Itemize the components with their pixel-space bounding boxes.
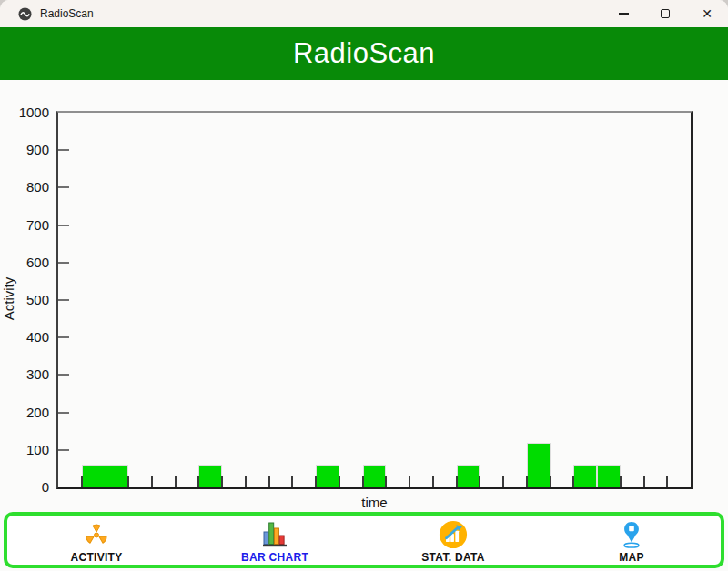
plot-area	[56, 111, 693, 489]
chart-bar	[363, 465, 387, 487]
y-axis-tick	[58, 299, 69, 301]
x-axis-tick	[550, 476, 551, 487]
x-axis-tick	[268, 476, 270, 487]
tab-stat-data[interactable]: STAT. DATA	[364, 516, 542, 565]
chart-bar	[457, 465, 480, 487]
y-axis-tick	[58, 374, 69, 376]
y-axis-tick	[58, 186, 69, 188]
tab-map[interactable]: MAP	[542, 516, 721, 565]
map-pin-icon	[619, 520, 644, 549]
y-axis-tick-label: 0	[0, 479, 49, 496]
x-axis-tick	[81, 476, 83, 487]
x-axis-tick	[572, 476, 574, 487]
x-axis-tick	[620, 476, 622, 487]
bar-chart-panel: 10009008007006005004003002001000 Activit…	[0, 80, 728, 512]
x-axis-tick	[245, 476, 247, 487]
x-axis-tick	[643, 476, 645, 487]
window-title: RadioScan	[40, 7, 94, 20]
y-axis-tick-label: 800	[0, 179, 49, 195]
x-axis-tick	[479, 476, 480, 487]
x-axis-tick	[151, 476, 153, 487]
y-axis-tick-label: 100	[0, 442, 49, 458]
x-axis-tick	[315, 476, 317, 487]
x-axis-title: time	[56, 495, 693, 510]
y-axis-tick-label: 200	[0, 405, 49, 421]
app-window: RadioScan ✕ RadioScan 100090080070060050…	[0, 0, 728, 571]
x-axis-tick	[502, 476, 504, 487]
minimize-icon	[619, 13, 629, 15]
y-axis-tick	[58, 412, 69, 414]
y-axis-tick-label: 300	[0, 366, 49, 383]
x-axis-tick	[362, 476, 364, 487]
chart-bar	[82, 465, 128, 487]
tab-map-label: MAP	[619, 551, 644, 564]
tab-stat-data-label: STAT. DATA	[421, 551, 484, 564]
chart-bar	[316, 465, 339, 487]
x-axis-tick	[526, 476, 528, 487]
tab-activity-label: ACTIVITY	[70, 551, 122, 564]
window-controls: ✕	[602, 0, 728, 27]
chart-bar	[198, 465, 222, 487]
y-axis-tick	[58, 225, 69, 226]
page-title: RadioScan	[293, 37, 435, 70]
bar-chart-icon	[262, 521, 288, 548]
y-axis-tick	[58, 149, 69, 151]
y-axis-tick	[58, 336, 69, 338]
x-axis-tick	[339, 476, 340, 487]
stats-icon	[439, 520, 468, 549]
x-axis-tick	[385, 476, 387, 487]
bottom-navbar: ACTIVITY BAR CHART	[4, 512, 724, 568]
y-axis-tick-label: 900	[0, 142, 49, 158]
app-header: RadioScan	[0, 27, 728, 80]
y-axis-title: Activity	[1, 249, 16, 349]
close-button[interactable]: ✕	[686, 0, 728, 27]
radiation-icon	[83, 522, 110, 548]
app-icon	[18, 7, 32, 21]
minimize-button[interactable]	[602, 0, 644, 27]
x-axis-tick	[432, 476, 434, 487]
y-axis-tick	[58, 449, 69, 451]
chart-bar	[597, 465, 621, 487]
y-axis-tick-label: 1000	[0, 105, 49, 121]
x-axis-tick	[409, 476, 410, 487]
window-titlebar: RadioScan ✕	[0, 0, 728, 27]
chart-bar	[573, 465, 597, 487]
close-icon: ✕	[702, 7, 713, 20]
y-axis-tick	[58, 262, 69, 264]
y-axis-tick-label: 700	[0, 217, 49, 234]
tab-bar-chart-label: BAR CHART	[241, 551, 308, 564]
chart-bar	[527, 443, 551, 487]
x-axis-tick	[666, 476, 668, 487]
x-axis-tick	[291, 476, 293, 487]
x-axis-tick	[127, 476, 129, 487]
x-axis-tick	[175, 476, 177, 487]
maximize-icon	[661, 9, 670, 18]
x-axis-tick	[221, 476, 223, 487]
tab-activity[interactable]: ACTIVITY	[7, 516, 186, 565]
x-axis-tick	[456, 476, 458, 487]
maximize-button[interactable]	[644, 0, 686, 27]
x-axis-tick	[197, 476, 199, 487]
tab-bar-chart[interactable]: BAR CHART	[186, 516, 364, 565]
